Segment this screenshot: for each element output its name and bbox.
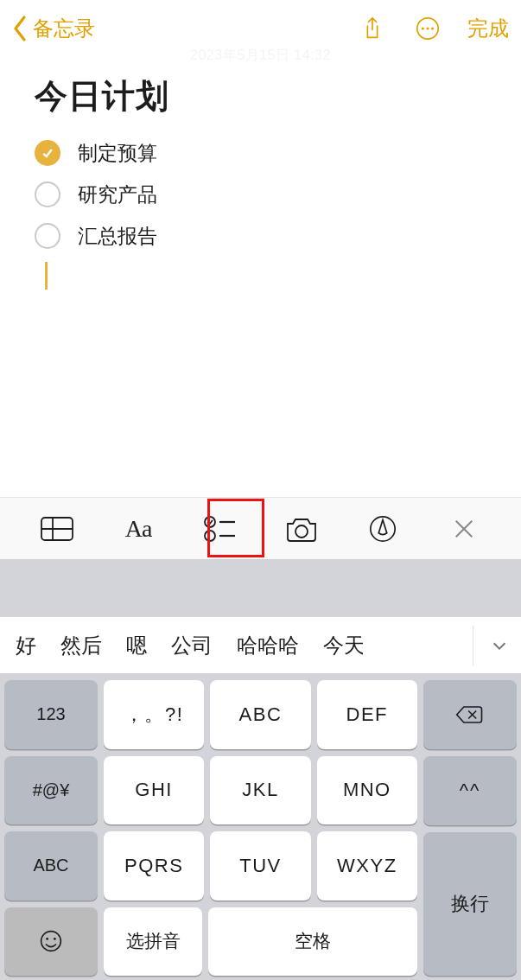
back-button[interactable]: 备忘录 [12, 14, 95, 43]
svg-point-2 [422, 28, 424, 30]
share-button[interactable] [357, 13, 388, 44]
checklist-button[interactable] [199, 508, 240, 550]
text-cursor [45, 262, 48, 290]
key-ghi[interactable]: GHI [104, 756, 204, 825]
checklist-item[interactable]: 汇总报告 [35, 215, 486, 257]
key-space[interactable]: 空格 [208, 907, 417, 977]
candidate-word[interactable]: 今天 [323, 632, 363, 659]
candidate-word[interactable]: 嗯 [126, 632, 147, 659]
key-123[interactable]: 123 [4, 680, 98, 749]
key-tuv[interactable]: TUV [210, 831, 310, 900]
chevron-left-icon [12, 14, 29, 43]
check-circle-icon[interactable] [35, 181, 60, 207]
note-title[interactable]: 今日计划 [35, 74, 486, 118]
close-toolbar-button[interactable] [443, 508, 485, 550]
check-circle-icon[interactable] [35, 140, 60, 166]
key-jkl[interactable]: JKL [210, 756, 310, 825]
key-backspace[interactable] [423, 680, 517, 749]
candidate-word[interactable]: 然后 [60, 632, 102, 659]
format-toolbar: Aa [0, 497, 521, 559]
back-label: 备忘录 [33, 15, 95, 42]
svg-point-10 [205, 531, 215, 541]
svg-point-8 [205, 517, 215, 527]
key-emoji[interactable] [4, 907, 98, 977]
key-punct[interactable]: ，。?! [104, 680, 204, 749]
camera-button[interactable] [281, 508, 322, 550]
note-date: 2023年5月15日 14:32 [0, 47, 521, 65]
checklist-text[interactable]: 制定预算 [78, 140, 157, 167]
more-button[interactable] [412, 13, 443, 44]
checklist-item[interactable]: 研究产品 [35, 174, 486, 215]
candidate-word[interactable]: 哈哈哈 [237, 632, 299, 659]
key-abc[interactable]: ABC [4, 831, 98, 900]
svg-point-17 [46, 938, 48, 940]
keyboard: 123 #@¥ ABC ，。?! ABC DEF GHI JKL MNO PQR… [0, 673, 521, 980]
done-button[interactable]: 完成 [467, 15, 509, 42]
checklist-text[interactable]: 汇总报告 [78, 223, 157, 250]
checklist-text[interactable]: 研究产品 [78, 181, 157, 208]
checklist-item[interactable]: 制定预算 [35, 132, 486, 174]
key-abc2[interactable]: ABC [210, 680, 310, 749]
keyboard-spacer [0, 559, 521, 616]
note-body[interactable]: 今日计划 制定预算 研究产品 汇总报告 [0, 57, 521, 290]
key-pqrs[interactable]: PQRS [104, 831, 204, 900]
svg-point-4 [431, 28, 434, 30]
key-def[interactable]: DEF [317, 680, 417, 749]
key-return[interactable]: 换行 [423, 832, 517, 976]
candidate-word[interactable]: 好 [16, 632, 36, 659]
expand-candidates-button[interactable] [473, 626, 512, 665]
table-button[interactable] [36, 508, 78, 550]
key-symbols[interactable]: #@¥ [4, 756, 98, 825]
key-select-pinyin[interactable]: 选拼音 [104, 907, 202, 977]
candidate-word[interactable]: 公司 [171, 632, 213, 659]
text-format-button[interactable]: Aa [118, 508, 159, 550]
markup-button[interactable] [362, 508, 403, 550]
svg-point-12 [295, 525, 308, 538]
svg-point-16 [41, 932, 61, 951]
key-wxyz[interactable]: WXYZ [317, 831, 417, 900]
svg-point-3 [427, 28, 429, 30]
check-circle-icon[interactable] [35, 223, 60, 249]
candidate-bar: 好 然后 嗯 公司 哈哈哈 今天 [0, 616, 521, 673]
svg-point-18 [54, 938, 56, 940]
key-face[interactable]: ^^ [423, 756, 517, 825]
key-mno[interactable]: MNO [317, 756, 417, 825]
